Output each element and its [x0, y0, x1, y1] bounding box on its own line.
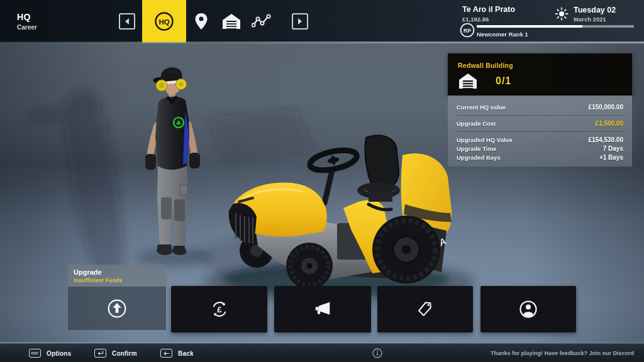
nav-next-button[interactable] [292, 13, 308, 30]
rank-progress-bar [477, 25, 634, 28]
garage-bay-icon [458, 73, 478, 89]
date-month-year: March 2021 [574, 16, 606, 23]
stat-row-upgraded-value: Upgraded HQ Value £154,530.00 [457, 135, 623, 144]
sell-mower-tile[interactable]: £ [171, 286, 267, 332]
weather-sun-icon [555, 7, 569, 21]
building-info-panel: Redwall Building 0/1 Current HQ value £1… [448, 53, 632, 167]
back-button[interactable]: Back [160, 344, 194, 362]
game-screen: STIGA HQ Career [0, 0, 644, 362]
svg-text:RP: RP [464, 28, 471, 34]
upgrade-status: Insufficient Funds [74, 277, 160, 283]
enter-key-icon [94, 349, 106, 358]
esc-key-icon: ESC [29, 349, 41, 358]
bay-count: 0/1 [496, 75, 511, 87]
staff-tile[interactable] [480, 286, 576, 332]
info-icon [372, 348, 382, 358]
topbar-highlight-edge [0, 41, 644, 43]
line-graph-icon [252, 14, 272, 29]
main-nav: HQ [112, 0, 315, 43]
back-label: Back [178, 350, 194, 357]
nav-tab-garage[interactable] [216, 0, 247, 43]
options-label: Options [47, 350, 71, 357]
page-title-block: HQ Career [17, 12, 37, 31]
confirm-label: Confirm [112, 350, 137, 357]
hq-icon: HQ [153, 11, 175, 32]
building-name: Redwall Building [458, 62, 622, 69]
price-tag-icon [416, 300, 434, 318]
footer-bar: ESC Options Confirm Back Thanks for play… [0, 343, 644, 362]
rp-badge-icon: RP [460, 23, 475, 38]
rank-progress-fill [477, 25, 582, 28]
upgrade-title: Upgrade [74, 268, 160, 276]
nav-tab-map[interactable] [186, 0, 216, 43]
rank-label: Newcomer Rank 1 [477, 31, 528, 38]
pricing-tile[interactable] [377, 286, 473, 332]
location-name: Te Aro il Prato [462, 5, 515, 14]
confirm-button[interactable]: Confirm [94, 344, 137, 362]
location-pin-icon [194, 13, 209, 30]
stat-row-upgrade-time: Upgrade Time 7 Days [457, 144, 623, 153]
arrow-left-icon [123, 18, 131, 25]
info-button[interactable] [372, 348, 382, 358]
garage-icon [222, 13, 241, 30]
feedback-message: Thanks for playing! Have feedback? Join … [491, 344, 634, 362]
arrow-right-icon [296, 18, 304, 25]
stat-row-current-value: Current HQ value £150,000.00 [457, 99, 623, 115]
page-subtitle: Career [17, 24, 37, 31]
options-button[interactable]: ESC Options [29, 344, 71, 362]
date-day: Tuesday 02 [574, 6, 616, 14]
backspace-key-icon [160, 349, 172, 358]
stat-row-upgrade-cost: Upgrade Cost £1,500.00 [457, 116, 623, 131]
upgrade-tile-header: Upgrade Insufficient Funds [68, 265, 166, 287]
stat-row-upgraded-bays: Upgraded Bays +1 Bays [457, 153, 623, 162]
nav-prev-button[interactable] [119, 13, 135, 30]
pound-exchange-icon: £ [210, 300, 229, 319]
advertise-tile[interactable] [274, 286, 371, 332]
nav-tab-stats[interactable] [247, 0, 277, 43]
svg-text:£: £ [217, 305, 222, 314]
nav-tab-hq[interactable]: HQ [142, 0, 186, 43]
upgrade-action-tile[interactable]: Upgrade Insufficient Funds [68, 265, 166, 332]
player-balance: £1,192.86 [462, 16, 489, 23]
building-panel-body: Current HQ value £150,000.00 Upgrade Cos… [448, 96, 632, 167]
megaphone-icon [313, 301, 332, 317]
svg-text:HQ: HQ [158, 18, 169, 26]
building-panel-header: Redwall Building 0/1 [448, 53, 632, 96]
staff-profile-icon [519, 300, 538, 319]
status-cluster: Te Aro il Prato £1,192.86 Tuesday 02 Mar… [447, 0, 635, 43]
page-title: HQ [17, 12, 37, 22]
top-bar: HQ Career HQ [0, 0, 644, 43]
upgrade-circle-arrow-icon [107, 299, 127, 319]
